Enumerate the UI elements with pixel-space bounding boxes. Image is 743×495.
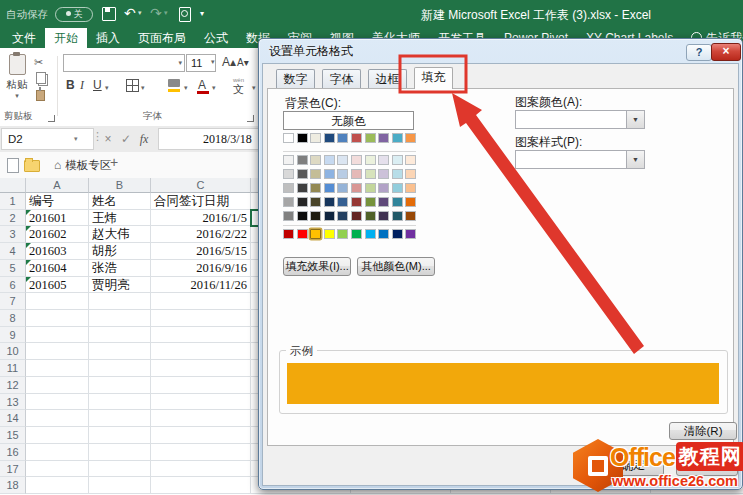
grid-cell[interactable] [89, 477, 151, 494]
row-header[interactable]: 2 [0, 210, 26, 227]
dialog-tab[interactable]: 字体 [322, 69, 361, 88]
color-swatch[interactable] [378, 211, 389, 221]
color-swatch[interactable] [405, 229, 416, 239]
grid-cell[interactable] [151, 327, 251, 344]
open-folder-icon[interactable] [24, 160, 40, 172]
row-header[interactable]: 8 [0, 310, 26, 327]
color-swatch[interactable] [324, 133, 335, 143]
grid-cell[interactable]: 赵大伟 [89, 226, 151, 243]
color-swatch[interactable] [351, 169, 362, 179]
font-color-dropdown-icon[interactable]: ▾ [212, 84, 216, 92]
new-document-icon[interactable] [7, 158, 19, 173]
color-swatch[interactable] [337, 183, 348, 193]
shrink-font-button[interactable]: A▾ [237, 57, 249, 68]
color-swatch[interactable] [351, 155, 362, 165]
color-swatch[interactable] [405, 155, 416, 165]
template-zone-tab[interactable]: ⌂模板专区 [46, 152, 119, 178]
color-swatch[interactable] [405, 133, 416, 143]
color-swatch[interactable] [283, 197, 294, 207]
row-header[interactable]: 9 [0, 327, 26, 344]
fill-effects-button[interactable]: 填充效果(I)... [283, 257, 351, 276]
color-swatch[interactable] [365, 169, 376, 179]
color-swatch[interactable] [392, 197, 403, 207]
redo-icon[interactable]: ↷ [150, 5, 162, 22]
grid-cell[interactable] [151, 477, 251, 494]
color-swatch[interactable] [392, 155, 403, 165]
grid-cell[interactable] [89, 343, 151, 360]
row-header[interactable]: 12 [0, 377, 26, 394]
grid-cell[interactable] [26, 477, 89, 494]
font-color-icon[interactable]: A [198, 78, 206, 92]
grid-cell[interactable] [151, 360, 251, 377]
grid-cell[interactable]: 201605 [26, 277, 89, 294]
grid-cell[interactable]: 201601 [26, 210, 89, 227]
color-swatch[interactable] [405, 211, 416, 221]
grid-cell[interactable] [26, 377, 89, 394]
color-swatch[interactable] [297, 211, 308, 221]
grid-cell[interactable] [151, 427, 251, 444]
borders-dropdown-icon[interactable]: ▾ [141, 84, 145, 92]
name-box[interactable]: D2 [1, 128, 94, 150]
color-swatch[interactable] [337, 169, 348, 179]
grid-cell[interactable] [26, 327, 89, 344]
color-swatch[interactable] [351, 229, 362, 239]
print-preview-icon[interactable] [179, 7, 191, 22]
paste-dropdown-icon[interactable]: ▾ [2, 92, 32, 100]
ribbon-tab[interactable]: 文件 [3, 28, 45, 48]
color-swatch[interactable] [310, 197, 321, 207]
color-swatch[interactable] [365, 197, 376, 207]
grid-cell[interactable] [26, 461, 89, 478]
color-swatch[interactable] [324, 169, 335, 179]
row-header[interactable]: 10 [0, 343, 26, 360]
grid-cell[interactable]: 201603 [26, 243, 89, 260]
grid-cell[interactable]: 张浩 [89, 260, 151, 277]
color-swatch[interactable] [324, 183, 335, 193]
row-header[interactable]: 3 [0, 226, 26, 243]
color-swatch[interactable] [337, 211, 348, 221]
ribbon-tab[interactable]: 页面布局 [129, 28, 195, 48]
grid-cell[interactable]: 贾明亮 [89, 277, 151, 294]
color-swatch[interactable] [337, 155, 348, 165]
grid-cell[interactable] [151, 343, 251, 360]
row-header[interactable]: 7 [0, 293, 26, 310]
dialog-tab[interactable]: 填充 [414, 67, 453, 89]
color-swatch[interactable] [310, 155, 321, 165]
fill-dropdown-icon[interactable]: ▾ [184, 84, 188, 92]
color-swatch[interactable] [365, 133, 376, 143]
color-swatch[interactable] [405, 183, 416, 193]
row-header[interactable]: 13 [0, 394, 26, 411]
color-swatch[interactable] [405, 169, 416, 179]
color-swatch[interactable] [378, 169, 389, 179]
grid-cell[interactable] [26, 310, 89, 327]
add-tab-button[interactable]: + [110, 154, 118, 170]
more-colors-button[interactable]: 其他颜色(M)... [357, 257, 435, 276]
grid-cell[interactable]: 2016/1/5 [151, 210, 251, 227]
grid-cell[interactable]: 2016/11/26 [151, 277, 251, 294]
cancel-entry-icon[interactable]: × [100, 129, 116, 149]
undo-icon[interactable]: ↶ [124, 5, 136, 22]
grid-cell[interactable]: 胡彤 [89, 243, 151, 260]
color-swatch[interactable] [324, 229, 335, 239]
color-swatch[interactable] [283, 155, 294, 165]
grid-cell[interactable] [151, 394, 251, 411]
chevron-down-icon[interactable]: ▼ [626, 151, 644, 168]
save-icon[interactable] [102, 7, 116, 21]
grid-cell[interactable] [151, 410, 251, 427]
enter-entry-icon[interactable]: ✓ [118, 129, 134, 149]
color-swatch[interactable] [392, 133, 403, 143]
grid-cell[interactable] [151, 461, 251, 478]
color-swatch[interactable] [297, 197, 308, 207]
color-swatch[interactable] [392, 229, 403, 239]
grid-cell[interactable]: 201604 [26, 260, 89, 277]
close-icon[interactable]: × [711, 43, 741, 61]
chevron-down-icon[interactable]: ▼ [626, 111, 644, 128]
color-swatch[interactable] [392, 183, 403, 193]
color-swatch[interactable] [297, 183, 308, 193]
color-swatch[interactable] [283, 229, 294, 239]
row-header[interactable]: 18 [0, 477, 26, 494]
row-header[interactable]: 17 [0, 461, 26, 478]
color-swatch[interactable] [310, 169, 321, 179]
grid-cell[interactable]: 姓名 [89, 193, 151, 210]
color-swatch[interactable] [310, 133, 321, 143]
color-swatch[interactable] [324, 155, 335, 165]
